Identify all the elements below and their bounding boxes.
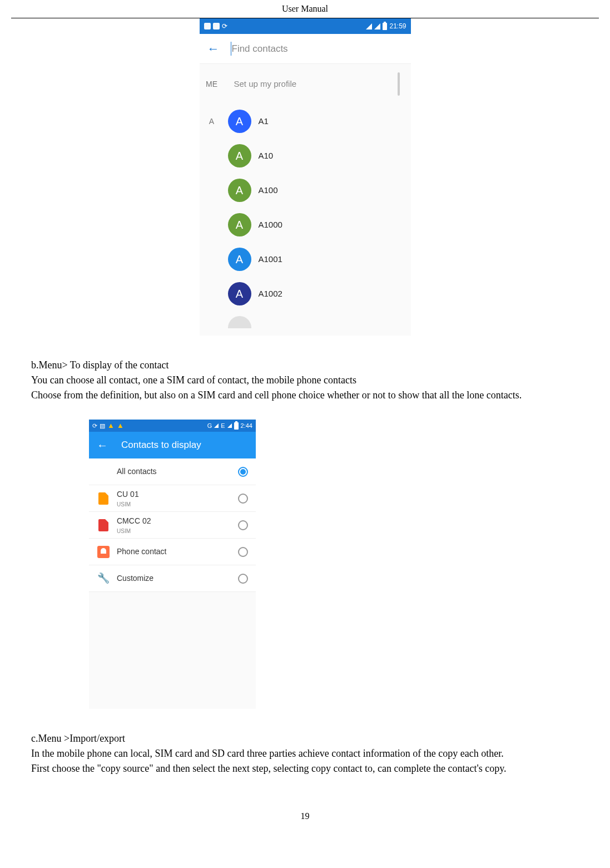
option-label: CMCC 02 bbox=[117, 515, 231, 527]
sync-icon: ⟳ bbox=[92, 421, 97, 431]
text-c3: First choose the "copy source" and then … bbox=[11, 761, 599, 776]
page-header: User Manual bbox=[11, 0, 599, 18]
option-sim-cmcc02[interactable]: CMCC 02 USIM bbox=[89, 512, 256, 539]
list-item[interactable]: A A1002 bbox=[200, 277, 411, 311]
signal-icon-2 bbox=[374, 23, 380, 29]
radio-selected[interactable] bbox=[238, 467, 248, 477]
me-section-label: ME bbox=[200, 78, 224, 90]
contact-name: A1000 bbox=[259, 219, 282, 231]
scroll-handle[interactable] bbox=[398, 72, 400, 96]
avatar bbox=[228, 316, 251, 328]
nfc-icon: ▧ bbox=[100, 421, 105, 431]
search-input[interactable]: Find contacts bbox=[231, 42, 288, 56]
spacer bbox=[97, 465, 110, 479]
radio[interactable] bbox=[238, 494, 248, 504]
status-bar: ⟳ ▧ ▲ ▲ G E 2:44 bbox=[89, 420, 256, 432]
page-number: 19 bbox=[301, 811, 310, 821]
contact-name: A1002 bbox=[259, 288, 282, 300]
text-c2: In the mobile phone can local, SIM card … bbox=[11, 746, 599, 761]
list-item[interactable]: A A1001 bbox=[200, 242, 411, 277]
battery-icon bbox=[383, 23, 387, 30]
text-b1: b.Menu> To display of the contact bbox=[11, 358, 599, 373]
option-label: CU 01 bbox=[117, 489, 231, 500]
wrench-icon: 🔧 bbox=[97, 572, 110, 585]
app-bar-title: Contacts to display bbox=[121, 438, 201, 452]
list-item[interactable] bbox=[200, 311, 411, 333]
section-b: b.Menu> To display of the contact You ca… bbox=[11, 358, 599, 403]
avatar: A bbox=[228, 110, 251, 133]
option-customize[interactable]: 🔧 Customize bbox=[89, 565, 256, 592]
radio[interactable] bbox=[238, 547, 248, 557]
list-item[interactable]: A A A1 bbox=[200, 104, 411, 139]
contact-name: A100 bbox=[259, 184, 278, 197]
status-time: 21:59 bbox=[389, 21, 406, 31]
signal-icon bbox=[214, 423, 219, 428]
text-c1: c.Menu >Import/export bbox=[11, 731, 599, 746]
section-letter: A bbox=[200, 116, 224, 127]
list-item[interactable]: A A1000 bbox=[200, 208, 411, 242]
option-label: Customize bbox=[117, 573, 231, 584]
warning-icon: ▲ bbox=[107, 420, 115, 431]
image-icon bbox=[213, 23, 220, 29]
contact-name: A1 bbox=[259, 115, 269, 128]
list-item[interactable]: A A10 bbox=[200, 139, 411, 173]
status-left: ⟳ bbox=[204, 21, 227, 31]
app-bar: ← Contacts to display bbox=[89, 432, 256, 458]
text-b2: You can choose all contact, one a SIM ca… bbox=[11, 373, 599, 388]
option-phone-contact[interactable]: Phone contact bbox=[89, 539, 256, 565]
avatar: A bbox=[228, 248, 251, 271]
net-e: E bbox=[221, 421, 225, 431]
sim-icon bbox=[98, 492, 108, 505]
signal-icon bbox=[366, 23, 372, 29]
setup-profile-text[interactable]: Set up my profile bbox=[234, 78, 388, 91]
option-all-contacts[interactable]: All contacts bbox=[89, 458, 256, 485]
contact-name: A1001 bbox=[259, 253, 282, 266]
me-profile-row[interactable]: ME Set up my profile bbox=[200, 64, 411, 104]
screenshot-contacts-to-display: ⟳ ▧ ▲ ▲ G E 2:44 ← Contacts to display A… bbox=[89, 420, 256, 709]
list-item[interactable]: A A100 bbox=[200, 173, 411, 208]
message-icon bbox=[204, 23, 211, 29]
search-bar[interactable]: ← Find contacts bbox=[200, 34, 411, 64]
option-sublabel: USIM bbox=[117, 500, 231, 509]
option-sublabel: USIM bbox=[117, 527, 231, 535]
radio[interactable] bbox=[238, 520, 248, 530]
sync-icon: ⟳ bbox=[222, 21, 227, 31]
contact-name: A10 bbox=[259, 150, 274, 162]
screenshot-contacts-list: ⟳ 21:59 ← Find contacts ME Set up my pro… bbox=[200, 18, 411, 336]
back-arrow-icon[interactable]: ← bbox=[207, 40, 220, 58]
option-label: Phone contact bbox=[117, 546, 231, 558]
header-title: User Manual bbox=[282, 4, 328, 13]
text-b3: Choose from the definition, but also on … bbox=[11, 388, 599, 403]
page-footer: 19 bbox=[0, 793, 610, 823]
status-left: ⟳ ▧ ▲ ▲ bbox=[92, 420, 124, 431]
net-g: G bbox=[207, 421, 212, 431]
sim-icon bbox=[98, 519, 108, 531]
warning-icon: ▲ bbox=[117, 420, 124, 431]
option-label: All contacts bbox=[117, 466, 231, 477]
battery-icon bbox=[234, 422, 239, 430]
status-right: G E 2:44 bbox=[207, 421, 252, 431]
avatar: A bbox=[228, 144, 251, 167]
option-sim-cu01[interactable]: CU 01 USIM bbox=[89, 485, 256, 512]
status-time: 2:44 bbox=[241, 421, 252, 431]
back-arrow-icon[interactable]: ← bbox=[97, 437, 108, 453]
avatar: A bbox=[228, 282, 251, 305]
signal-icon bbox=[227, 423, 232, 428]
avatar: A bbox=[228, 179, 251, 202]
section-c: c.Menu >Import/export In the mobile phon… bbox=[11, 731, 599, 776]
radio[interactable] bbox=[238, 574, 248, 584]
status-right: 21:59 bbox=[366, 21, 406, 31]
avatar: A bbox=[228, 213, 251, 236]
person-icon bbox=[97, 546, 110, 558]
status-bar: ⟳ 21:59 bbox=[200, 18, 411, 34]
